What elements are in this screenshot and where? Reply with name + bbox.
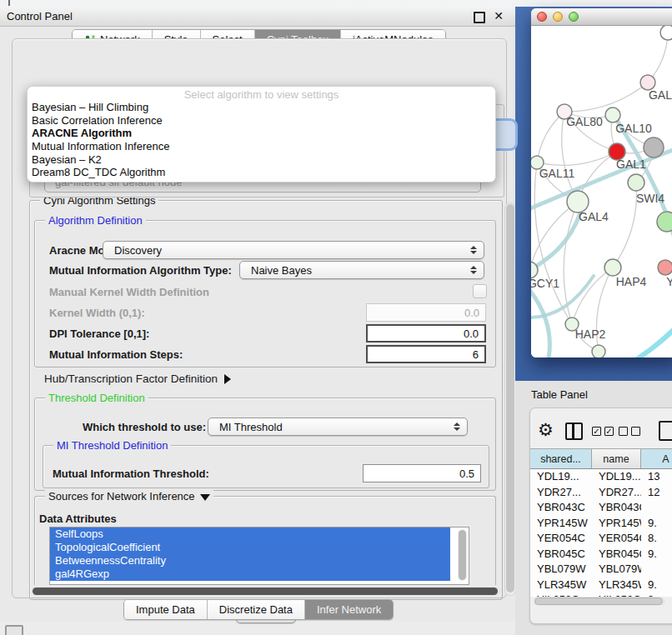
network-edge[interactable]	[564, 82, 648, 112]
table-row[interactable]: YLR345WYLR345W9.	[530, 578, 672, 593]
attribute-item[interactable]: gal4RGexp	[50, 568, 450, 581]
network-node-swi4[interactable]	[628, 174, 644, 191]
network-edge[interactable]	[537, 152, 617, 165]
dropdown-item[interactable]: Basic Correlation Inference	[28, 114, 495, 128]
deselect-all-checks-icon[interactable]	[619, 427, 640, 436]
network-node[interactable]	[660, 26, 672, 40]
network-edge[interactable]	[537, 112, 564, 162]
dropdown-prompt: Select algorithm to view settings	[28, 88, 495, 101]
mi-algorithm-type-label: Mutual Information Algorithm Type:	[49, 264, 232, 277]
select-all-checks-icon[interactable]: ✓✓	[592, 427, 614, 436]
which-threshold-value: MI Threshold	[219, 421, 283, 433]
mi-threshold-definition-legend: MI Threshold Definition	[53, 439, 171, 452]
node-table: shared... name A YDL19...YDL19...13 YDR2…	[530, 448, 672, 597]
attribute-list-scrollbar[interactable]	[458, 529, 467, 581]
zoom-window-icon[interactable]	[569, 12, 579, 22]
dropdown-item-aracne[interactable]: ARACNE Algorithm	[28, 127, 495, 140]
mi-steps-label: Mutual Information Steps:	[49, 348, 183, 361]
table-row[interactable]: YBL079WYBL079W	[530, 562, 672, 578]
cytoscape-app: { "control_panel": { "title": "Control P…	[0, 0, 672, 635]
node-label: SWI4	[636, 192, 664, 205]
top-strip-tick	[8, 0, 10, 6]
algorithm-dropdown-list: Select algorithm to view settings Bayesi…	[27, 86, 496, 182]
network-node-gal10[interactable]	[605, 108, 620, 122]
combo-arrows-icon	[470, 246, 477, 254]
collapse-arrow-icon[interactable]	[200, 494, 210, 501]
settings-vertical-scrollbar[interactable]	[504, 202, 516, 596]
node-label: GCY1	[531, 277, 559, 290]
cyni-toolbox-content: gal-filtered sif default node Select alg…	[12, 38, 507, 598]
float-window-icon[interactable]	[474, 12, 485, 23]
manual-kernel-checkbox[interactable]	[473, 284, 487, 298]
settings-horizontal-scrollbar[interactable]	[31, 587, 501, 596]
minimized-panel-icon[interactable]	[5, 625, 23, 635]
page-icon[interactable]	[659, 421, 672, 441]
dpi-tolerance-label: DPI Tolerance [0,1]:	[49, 328, 149, 340]
hub-section-label[interactable]: Hub/Transcription Factor Definition	[44, 372, 231, 385]
table-horizontal-scrollbar[interactable]	[534, 597, 665, 606]
threshold-definition-legend: Threshold Definition	[45, 392, 148, 404]
table-row[interactable]: YBR045CYBR045C9.	[530, 547, 672, 562]
network-node-hap4[interactable]	[604, 259, 621, 276]
node-label: GAL1	[616, 158, 646, 171]
aracne-mode-combo[interactable]: Discovery	[103, 241, 484, 259]
attribute-item[interactable]: BetweennessCentrality	[50, 554, 450, 568]
attribute-item[interactable]: SelfLoops	[50, 528, 450, 541]
node-label: GAL4	[579, 210, 609, 223]
column-header-clipped[interactable]: A	[641, 449, 672, 468]
minimize-window-icon[interactable]	[553, 12, 563, 22]
tab-infer-network[interactable]: Infer Network	[305, 600, 393, 619]
table-row[interactable]: YER054CYER054C8.	[530, 531, 672, 547]
column-header-name[interactable]: name	[592, 449, 641, 468]
table-body: YDL19...YDL19...13 YDR27...YDR27...12 YB…	[530, 469, 672, 597]
tab-discretize-data[interactable]: Discretize Data	[208, 600, 305, 619]
dropdown-item[interactable]: Bayesian – K2	[28, 153, 495, 167]
data-attributes-list[interactable]: SelfLoops TopologicalCoefficient Between…	[49, 527, 469, 585]
network-edge[interactable]	[613, 182, 637, 268]
mi-threshold-field[interactable]: 0.5	[363, 464, 481, 482]
highlight-edge[interactable]	[531, 284, 549, 358]
mi-steps-field[interactable]: 6	[366, 345, 486, 363]
mi-algorithm-type-value: Naive Bayes	[251, 264, 312, 277]
column-selector-icon[interactable]	[565, 422, 583, 440]
bottom-tab-strip: Impute Data Discretize Data Infer Networ…	[123, 599, 394, 620]
table-row[interactable]: YDL19...YDL19...13	[530, 469, 672, 485]
dropdown-item[interactable]: Mutual Information Inference	[28, 140, 495, 153]
network-node-y[interactable]	[658, 260, 672, 275]
node-label: HAP4	[616, 275, 647, 288]
table-row[interactable]: YPR145WYPR145W9.	[530, 516, 672, 532]
network-canvas-svg[interactable]: GALGAL80GAL10GAL1GAL11SWI4GAL4GCY1HAP4YH…	[531, 26, 672, 358]
network-window-titlebar[interactable]	[531, 8, 672, 26]
dpi-tolerance-field[interactable]: 0.0	[366, 324, 486, 342]
attribute-item[interactable]: TopologicalCoefficient	[50, 541, 450, 554]
which-threshold-combo[interactable]: MI Threshold	[208, 418, 468, 436]
kernel-width-field[interactable]: 0.0	[366, 303, 486, 322]
dropdown-item[interactable]: Dream8 DC_TDC Algorithm	[28, 166, 495, 179]
control-panel: Control Panel ✕ Network Style Select Cyn…	[0, 7, 515, 621]
mi-algorithm-type-combo[interactable]: Naive Bayes	[239, 261, 484, 279]
column-header-shared-name[interactable]: shared...	[530, 449, 592, 468]
sources-legend[interactable]: Sources for Network Inference	[45, 490, 213, 502]
close-panel-icon[interactable]: ✕	[494, 9, 504, 22]
table-panel-title: Table Panel	[531, 388, 588, 401]
network-node[interactable]	[657, 212, 672, 232]
node-label: GAL	[649, 88, 672, 102]
network-node[interactable]	[644, 138, 664, 158]
dropdown-item[interactable]: Bayesian – Hill Climbing	[28, 101, 495, 114]
expand-arrow-icon[interactable]	[224, 374, 231, 384]
table-row[interactable]: YDR27...YDR27...12	[530, 485, 672, 501]
highlight-edge[interactable]	[624, 318, 672, 358]
table-header-row: shared... name A	[530, 448, 672, 469]
close-window-icon[interactable]	[537, 12, 547, 22]
data-attributes-label: Data Attributes	[39, 512, 117, 525]
tab-impute-data[interactable]: Impute Data	[124, 600, 208, 619]
node-label: Y	[666, 275, 672, 288]
manual-kernel-label: Manual Kernel Width Definition	[49, 286, 209, 298]
table-row[interactable]: YBR043CYBR043C	[530, 500, 672, 516]
gear-icon[interactable]: ⚙	[538, 421, 554, 438]
network-node[interactable]	[592, 345, 605, 358]
combo-arrows-icon	[454, 422, 460, 431]
control-panel-titlebar: Control Panel ✕	[0, 7, 515, 27]
node-label: GAL11	[539, 167, 575, 180]
network-view-window[interactable]: GALGAL80GAL10GAL1GAL11SWI4GAL4GCY1HAP4YH…	[531, 8, 672, 358]
